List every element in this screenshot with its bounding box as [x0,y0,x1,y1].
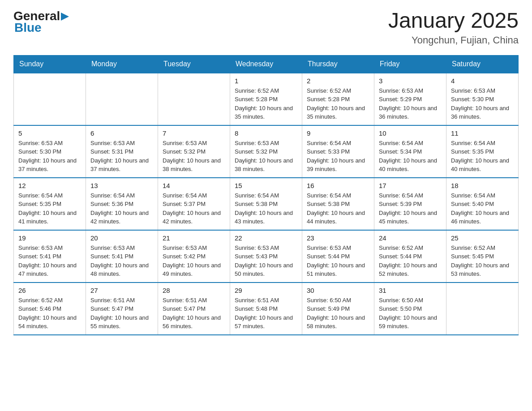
day-of-week-header: Wednesday [230,55,302,73]
day-info: Sunrise: 6:50 AMSunset: 5:49 PMDaylight:… [307,296,369,331]
day-number: 5 [18,129,81,137]
calendar-week-row: 19Sunrise: 6:53 AMSunset: 5:41 PMDayligh… [14,230,519,283]
day-number: 2 [307,77,369,85]
calendar-week-row: 26Sunrise: 6:52 AMSunset: 5:46 PMDayligh… [14,283,519,335]
day-info: Sunrise: 6:53 AMSunset: 5:29 PMDaylight:… [379,86,442,121]
title-section: January 2025 Yongchun, Fujian, China [388,9,519,46]
day-info: Sunrise: 6:53 AMSunset: 5:44 PMDaylight:… [307,244,369,278]
day-info: Sunrise: 6:53 AMSunset: 5:32 PMDaylight:… [163,139,225,174]
day-number: 23 [307,234,369,242]
day-number: 25 [451,234,514,242]
calendar-day-cell: 4Sunrise: 6:53 AMSunset: 5:30 PMDaylight… [446,73,519,125]
page-header: General Blue January 2025 Yongchun, Fuji… [13,9,519,46]
calendar-day-cell: 13Sunrise: 6:54 AMSunset: 5:36 PMDayligh… [86,178,158,230]
calendar-day-cell: 25Sunrise: 6:52 AMSunset: 5:45 PMDayligh… [446,230,519,283]
day-of-week-header: Monday [86,55,158,73]
calendar-day-cell: 6Sunrise: 6:53 AMSunset: 5:31 PMDaylight… [86,125,158,178]
day-info: Sunrise: 6:54 AMSunset: 5:39 PMDaylight:… [379,191,442,226]
day-number: 1 [235,77,297,85]
calendar-day-cell: 23Sunrise: 6:53 AMSunset: 5:44 PMDayligh… [302,230,374,283]
day-number: 20 [90,234,153,242]
day-info: Sunrise: 6:51 AMSunset: 5:47 PMDaylight:… [90,296,153,331]
day-number: 31 [379,287,442,294]
day-number: 6 [90,129,153,137]
calendar-day-cell [14,73,86,125]
day-number: 12 [18,182,81,189]
day-info: Sunrise: 6:53 AMSunset: 5:31 PMDaylight:… [90,139,153,174]
calendar-day-cell: 2Sunrise: 6:52 AMSunset: 5:28 PMDaylight… [302,73,374,125]
calendar-title: January 2025 [388,9,519,33]
calendar-day-cell: 18Sunrise: 6:54 AMSunset: 5:40 PMDayligh… [446,178,519,230]
calendar-day-cell: 10Sunrise: 6:54 AMSunset: 5:34 PMDayligh… [374,125,446,178]
day-number: 24 [379,234,442,242]
calendar-day-cell: 11Sunrise: 6:54 AMSunset: 5:35 PMDayligh… [446,125,519,178]
day-info: Sunrise: 6:50 AMSunset: 5:50 PMDaylight:… [379,296,442,331]
day-of-week-header: Sunday [14,55,86,73]
calendar-subtitle: Yongchun, Fujian, China [388,34,519,46]
calendar-day-cell: 21Sunrise: 6:53 AMSunset: 5:42 PMDayligh… [158,230,230,283]
calendar-day-cell: 7Sunrise: 6:53 AMSunset: 5:32 PMDaylight… [158,125,230,178]
calendar-day-cell: 29Sunrise: 6:51 AMSunset: 5:48 PMDayligh… [230,283,302,335]
day-info: Sunrise: 6:54 AMSunset: 5:37 PMDaylight:… [163,191,225,226]
day-number: 22 [235,234,297,242]
calendar-week-row: 5Sunrise: 6:53 AMSunset: 5:30 PMDaylight… [14,125,519,178]
day-number: 18 [451,182,514,189]
calendar-day-cell: 12Sunrise: 6:54 AMSunset: 5:35 PMDayligh… [14,178,86,230]
day-info: Sunrise: 6:53 AMSunset: 5:41 PMDaylight:… [90,244,153,278]
day-info: Sunrise: 6:54 AMSunset: 5:36 PMDaylight:… [90,191,153,226]
calendar-day-cell: 24Sunrise: 6:52 AMSunset: 5:44 PMDayligh… [374,230,446,283]
day-of-week-header: Tuesday [158,55,230,73]
day-info: Sunrise: 6:53 AMSunset: 5:41 PMDaylight:… [18,244,81,278]
calendar-day-cell [86,73,158,125]
day-number: 14 [163,182,225,189]
day-number: 8 [235,129,297,137]
day-number: 11 [451,129,514,137]
calendar-day-cell: 5Sunrise: 6:53 AMSunset: 5:30 PMDaylight… [14,125,86,178]
calendar-day-cell: 15Sunrise: 6:54 AMSunset: 5:38 PMDayligh… [230,178,302,230]
calendar-day-cell: 14Sunrise: 6:54 AMSunset: 5:37 PMDayligh… [158,178,230,230]
day-number: 30 [307,287,369,294]
day-number: 28 [163,287,225,294]
calendar-day-cell: 16Sunrise: 6:54 AMSunset: 5:38 PMDayligh… [302,178,374,230]
day-number: 29 [235,287,297,294]
calendar-day-cell: 26Sunrise: 6:52 AMSunset: 5:46 PMDayligh… [14,283,86,335]
day-number: 9 [307,129,369,137]
day-info: Sunrise: 6:54 AMSunset: 5:35 PMDaylight:… [18,191,81,226]
day-number: 15 [235,182,297,189]
day-number: 16 [307,182,369,189]
calendar-day-cell: 17Sunrise: 6:54 AMSunset: 5:39 PMDayligh… [374,178,446,230]
calendar-day-cell: 30Sunrise: 6:50 AMSunset: 5:49 PMDayligh… [302,283,374,335]
logo-arrow-icon [61,13,69,21]
day-info: Sunrise: 6:53 AMSunset: 5:43 PMDaylight:… [235,244,297,278]
svg-marker-0 [61,13,69,21]
calendar-week-row: 12Sunrise: 6:54 AMSunset: 5:35 PMDayligh… [14,178,519,230]
day-info: Sunrise: 6:52 AMSunset: 5:45 PMDaylight:… [451,244,514,278]
calendar-day-cell: 20Sunrise: 6:53 AMSunset: 5:41 PMDayligh… [86,230,158,283]
day-of-week-header: Thursday [302,55,374,73]
day-number: 27 [90,287,153,294]
day-of-week-header: Saturday [446,55,519,73]
day-info: Sunrise: 6:53 AMSunset: 5:42 PMDaylight:… [163,244,225,278]
calendar-day-cell: 1Sunrise: 6:52 AMSunset: 5:28 PMDaylight… [230,73,302,125]
logo: General Blue [13,9,69,35]
day-info: Sunrise: 6:52 AMSunset: 5:28 PMDaylight:… [235,86,297,121]
day-number: 7 [163,129,225,137]
day-number: 13 [90,182,153,189]
day-number: 3 [379,77,442,85]
day-info: Sunrise: 6:53 AMSunset: 5:30 PMDaylight:… [18,139,81,174]
day-of-week-header: Friday [374,55,446,73]
day-number: 4 [451,77,514,85]
day-number: 10 [379,129,442,137]
calendar-day-cell: 8Sunrise: 6:53 AMSunset: 5:32 PMDaylight… [230,125,302,178]
day-number: 21 [163,234,225,242]
day-info: Sunrise: 6:54 AMSunset: 5:34 PMDaylight:… [379,139,442,174]
day-info: Sunrise: 6:54 AMSunset: 5:38 PMDaylight:… [307,191,369,226]
calendar-day-cell: 22Sunrise: 6:53 AMSunset: 5:43 PMDayligh… [230,230,302,283]
calendar-day-cell: 27Sunrise: 6:51 AMSunset: 5:47 PMDayligh… [86,283,158,335]
day-number: 19 [18,234,81,242]
day-info: Sunrise: 6:51 AMSunset: 5:48 PMDaylight:… [235,296,297,331]
day-info: Sunrise: 6:53 AMSunset: 5:32 PMDaylight:… [235,139,297,174]
calendar-day-cell [158,73,230,125]
calendar-day-cell [446,283,519,335]
day-info: Sunrise: 6:54 AMSunset: 5:40 PMDaylight:… [451,191,514,226]
